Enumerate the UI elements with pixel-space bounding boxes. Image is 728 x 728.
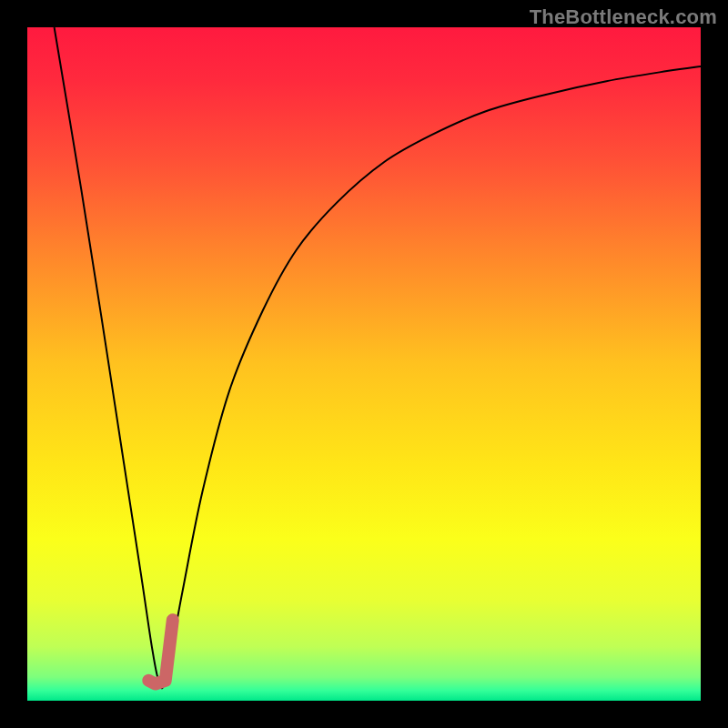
watermark-label: TheBottleneck.com — [530, 5, 717, 29]
chart-frame: TheBottleneck.com — [0, 0, 728, 728]
background-gradient — [27, 27, 701, 701]
plot-area — [27, 27, 701, 701]
svg-rect-0 — [27, 27, 701, 701]
